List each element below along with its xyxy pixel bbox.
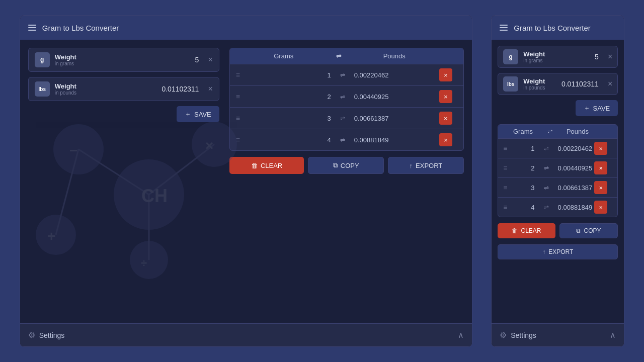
chevron-up-icon: ∧ <box>458 330 464 340</box>
main-settings-bar[interactable]: ⚙ Settings ∧ <box>20 323 472 346</box>
side-grams-badge: g <box>503 49 518 64</box>
side-table-row: ≡ 1 ⇌ 0.00220462 × <box>498 138 617 158</box>
drag-icon: ≡ <box>236 71 246 79</box>
side-pound-val-4: 0.00881849 <box>556 204 593 211</box>
side-conv-table: Grams ⇌ Pounds ≡ 1 ⇌ 0.00220462 × ≡ 2 ⇌ … <box>498 124 618 217</box>
side-panel-content: g Weight in grams 5 × lbs Weight in poun… <box>492 40 624 323</box>
side-plus-icon: ＋ <box>584 104 590 113</box>
side-delete-row-4-button[interactable]: × <box>594 201 607 214</box>
trash-icon: 🗑 <box>251 162 258 169</box>
export-label: EXPORT <box>416 162 442 169</box>
side-delete-row-1-button[interactable]: × <box>594 142 607 155</box>
pounds-label: Weight <box>55 82 157 90</box>
gram-val-2: 2 <box>248 93 333 101</box>
side-gear-icon: ⚙ <box>500 330 507 340</box>
gear-icon: ⚙ <box>28 330 35 340</box>
side-panel-header: Gram to Lbs Converter <box>492 16 624 40</box>
side-drag-icon: ≡ <box>503 144 513 152</box>
side-grams-value: 5 <box>595 53 599 61</box>
side-col-exchange-icon: ⇌ <box>543 128 558 135</box>
svg-text:×: × <box>205 138 213 153</box>
side-drag-icon: ≡ <box>503 184 513 192</box>
grams-label-group: Weight in grams <box>55 53 190 66</box>
grams-badge: g <box>35 52 50 67</box>
side-table-row: ≡ 2 ⇌ 0.00440925 × <box>498 158 617 177</box>
col-pounds-label: Pounds <box>347 52 442 60</box>
side-pounds-badge: lbs <box>503 76 518 92</box>
side-grams-close-icon[interactable]: × <box>608 52 612 61</box>
side-exchange-icon-2: ⇌ <box>539 164 554 171</box>
svg-line-6 <box>149 144 214 195</box>
main-table-actions: 🗑 CLEAR ⧉ COPY ↑ EXPORT <box>229 157 464 174</box>
copy-icon: ⧉ <box>333 161 338 169</box>
side-copy-label: COPY <box>584 227 601 234</box>
main-export-button[interactable]: ↑ EXPORT <box>388 157 464 174</box>
side-settings-bar[interactable]: ⚙ Settings ∧ <box>492 323 624 346</box>
delete-row-4-button[interactable]: × <box>439 133 452 146</box>
delete-row-2-button[interactable]: × <box>439 90 452 103</box>
pounds-sublabel: in pounds <box>55 90 157 96</box>
svg-text:−: − <box>69 143 77 158</box>
main-table-header: Grams ⇌ Pounds <box>230 48 463 64</box>
side-pounds-label-group: Weight in pounds <box>523 77 556 90</box>
main-save-button[interactable]: ＋ SAVE <box>177 106 219 122</box>
side-exchange-icon-4: ⇌ <box>539 204 554 211</box>
table-row: ≡ 2 ⇌ 0.00440925 × <box>230 85 463 107</box>
side-copy-button[interactable]: ⧉ COPY <box>559 223 618 238</box>
grams-label: Weight <box>55 53 190 61</box>
side-save-button[interactable]: ＋ SAVE <box>576 100 618 116</box>
pound-val-4: 0.00881849 <box>352 136 437 144</box>
pounds-badge: lbs <box>35 81 50 97</box>
side-clear-button[interactable]: 🗑 CLEAR <box>498 223 555 238</box>
side-grams-sublabel: in grams <box>523 58 590 63</box>
pound-val-2: 0.00440925 <box>352 93 437 101</box>
exchange-icon-1: ⇌ <box>335 71 350 78</box>
delete-row-1-button[interactable]: × <box>439 68 452 81</box>
side-panel-title: Gram to Lbs Converter <box>514 24 591 32</box>
col-grams-label: Grams <box>236 52 332 60</box>
main-panel-header: Gram to Lbs Converter <box>20 16 472 40</box>
side-delete-row-2-button[interactable]: × <box>594 161 607 174</box>
main-copy-button[interactable]: ⧉ COPY <box>308 157 384 174</box>
side-col-pounds-label: Pounds <box>558 128 598 135</box>
side-drag-icon: ≡ <box>503 203 513 211</box>
grams-input-card: g Weight in grams 5 × <box>28 48 219 72</box>
settings-bar-left: ⚙ Settings <box>28 330 65 340</box>
grams-close-icon[interactable]: × <box>208 55 212 64</box>
side-panel: Gram to Lbs Converter g Weight in grams … <box>491 15 624 347</box>
main-panel: Gram to Lbs Converter g Weight in grams … <box>20 15 472 347</box>
side-table-row: ≡ 3 ⇌ 0.00661387 × <box>498 177 617 197</box>
svg-point-0 <box>114 159 184 230</box>
side-col-grams-label: Grams <box>503 128 543 135</box>
main-left-section: g Weight in grams 5 × lbs Weight in poun… <box>28 48 219 315</box>
delete-row-3-button[interactable]: × <box>439 112 452 125</box>
drag-icon: ≡ <box>236 93 246 101</box>
exchange-icon-3: ⇌ <box>335 115 350 122</box>
gram-val-3: 3 <box>248 115 333 122</box>
svg-line-5 <box>78 149 149 195</box>
side-save-label: SAVE <box>593 105 610 112</box>
main-panel-title: Gram to Lbs Converter <box>42 24 119 32</box>
side-pound-val-3: 0.00661387 <box>556 184 593 192</box>
gram-val-4: 4 <box>248 136 333 144</box>
pounds-close-icon[interactable]: × <box>208 84 212 94</box>
side-table-row: ≡ 4 ⇌ 0.00881849 × <box>498 197 617 217</box>
svg-line-7 <box>56 149 78 235</box>
side-export-button[interactable]: ↑ EXPORT <box>498 244 618 259</box>
table-row: ≡ 1 ⇌ 0.00220462 × <box>230 64 463 85</box>
side-pounds-close-icon[interactable]: × <box>608 79 612 88</box>
side-gram-val-4: 4 <box>515 204 536 211</box>
side-grams-label: Weight <box>523 50 590 58</box>
side-exchange-icon-1: ⇌ <box>539 145 554 152</box>
grams-sublabel: in grams <box>55 61 190 66</box>
side-hamburger-icon[interactable] <box>500 25 508 31</box>
grams-value: 5 <box>195 56 199 64</box>
side-table-header: Grams ⇌ Pounds <box>498 125 617 138</box>
main-clear-button[interactable]: 🗑 CLEAR <box>229 157 304 174</box>
pounds-label-group: Weight in pounds <box>55 82 157 96</box>
pound-val-1: 0.00220462 <box>352 71 437 79</box>
hamburger-icon[interactable] <box>28 25 36 31</box>
side-delete-row-3-button[interactable]: × <box>594 181 607 194</box>
pound-val-3: 0.00661387 <box>352 115 437 122</box>
copy-label: COPY <box>341 162 359 169</box>
